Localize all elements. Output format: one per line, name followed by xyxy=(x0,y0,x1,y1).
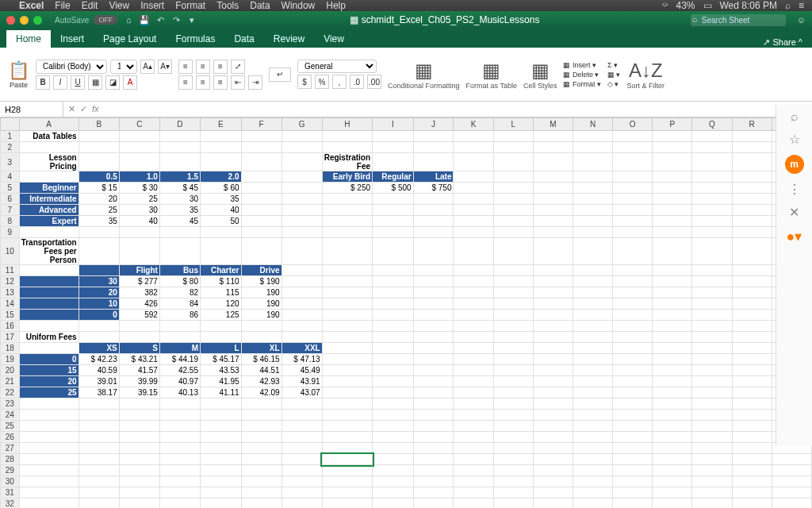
battery-icon: ▭ xyxy=(703,0,712,11)
fx-icon[interactable]: fx xyxy=(92,104,99,114)
sort-filter-button[interactable]: A↓ZSort & Filter xyxy=(627,60,665,90)
clear-button[interactable]: ◇ ▾ xyxy=(607,80,621,88)
ribbon-star-icon[interactable]: ☆ xyxy=(789,132,800,147)
more-icon[interactable]: ⋮ xyxy=(788,182,801,197)
name-box[interactable]: H28 xyxy=(0,102,63,117)
menu-view[interactable]: View xyxy=(109,0,129,11)
decrease-font-icon[interactable]: A▾ xyxy=(158,60,172,74)
number-format-selector[interactable]: General xyxy=(297,60,377,73)
close-window-button[interactable] xyxy=(6,16,15,25)
autosum-button[interactable]: Σ ▾ xyxy=(607,61,621,69)
cell-styles-button[interactable]: ▦Cell Styles xyxy=(523,60,557,90)
wifi-icon[interactable]: ⌔ xyxy=(662,0,668,11)
cancel-fx-icon[interactable]: ✕ xyxy=(68,104,75,114)
ribbon-tabs: Home Insert Page Layout Formulas Data Re… xyxy=(0,29,812,48)
menu-tools[interactable]: Tools xyxy=(216,0,239,11)
format-cells-button[interactable]: ▦ Format ▾ xyxy=(563,80,601,88)
menu-window[interactable]: Window xyxy=(282,0,316,11)
ribbon-search-icon[interactable]: ⌕ xyxy=(791,110,799,124)
delete-cells-button[interactable]: ▦ Delete ▾ xyxy=(563,71,601,79)
paste-button[interactable]: 📋Paste xyxy=(8,60,29,89)
smiley-feedback-icon[interactable]: ☺ xyxy=(797,15,806,25)
search-sheet-input[interactable]: Search Sheet xyxy=(691,14,786,26)
italic-button[interactable]: I xyxy=(53,75,67,90)
qat-redo-icon[interactable]: ↷ xyxy=(170,15,182,25)
minimize-window-button[interactable] xyxy=(20,16,29,25)
autosave-toggle[interactable]: OFF xyxy=(94,15,117,25)
conditional-formatting-button[interactable]: ▦Conditional Formatting xyxy=(388,60,460,90)
insert-cells-button[interactable]: ▦ Insert ▾ xyxy=(563,61,601,69)
qat-undo-icon[interactable]: ↶ xyxy=(154,15,167,25)
orientation-icon[interactable]: ⤢ xyxy=(231,60,245,74)
currency-icon[interactable]: $ xyxy=(297,75,312,89)
comma-icon[interactable]: , xyxy=(332,75,347,89)
percent-icon[interactable]: % xyxy=(315,75,329,89)
document-title: schmidt_Excel_Ch05_PS2_MusicLessons xyxy=(362,14,540,25)
tab-home[interactable]: Home xyxy=(6,30,51,48)
underline-button[interactable]: U xyxy=(71,75,85,90)
tab-page-layout[interactable]: Page Layout xyxy=(94,30,166,48)
menu-help[interactable]: Help xyxy=(326,0,346,11)
user-avatar[interactable]: m xyxy=(785,155,804,174)
close-pane-icon[interactable]: ✕ xyxy=(789,205,799,220)
menu-file[interactable]: File xyxy=(55,0,70,11)
border-button[interactable]: ▦ xyxy=(88,75,102,90)
battery-percent: 43% xyxy=(676,0,695,11)
notifications-icon[interactable]: ≡ xyxy=(799,0,804,11)
menu-insert[interactable]: Insert xyxy=(140,0,164,11)
wrap-text-icon[interactable]: ↵ xyxy=(269,67,291,82)
font-color-button[interactable]: A xyxy=(123,75,137,90)
macos-menubar: Excel File Edit View Insert Format Tools… xyxy=(0,0,812,11)
fill-button[interactable]: ▦ ▾ xyxy=(607,71,621,79)
format-as-table-button[interactable]: ▦Format as Table xyxy=(466,60,517,90)
menu-edit[interactable]: Edit xyxy=(82,0,98,11)
align-left-icon[interactable]: ≡ xyxy=(178,75,193,90)
right-sidebar: ⌕ ☆ m ⋮ ✕ ●▾ xyxy=(776,105,812,446)
align-top-icon[interactable]: ≡ xyxy=(178,60,193,74)
align-right-icon[interactable]: ≡ xyxy=(213,75,228,90)
inc-decimal-icon[interactable]: .0 xyxy=(350,75,364,89)
spotlight-icon[interactable]: ⌕ xyxy=(785,0,791,11)
tab-formulas[interactable]: Formulas xyxy=(166,30,224,48)
align-center-icon[interactable]: ≡ xyxy=(196,75,210,90)
increase-font-icon[interactable]: A▴ xyxy=(140,60,155,74)
qat-more-icon[interactable]: ▾ xyxy=(186,15,198,25)
tab-view[interactable]: View xyxy=(314,30,354,48)
indent-dec-icon[interactable]: ⇤ xyxy=(231,75,245,90)
zoom-window-button[interactable] xyxy=(33,16,42,25)
menu-format[interactable]: Format xyxy=(175,0,205,11)
menu-data[interactable]: Data xyxy=(250,0,270,11)
tab-review[interactable]: Review xyxy=(264,30,314,48)
font-selector[interactable]: Calibri (Body) xyxy=(36,60,107,74)
excel-doc-icon: ▦ xyxy=(350,14,358,25)
app-menu[interactable]: Excel xyxy=(19,0,44,11)
fill-color-button[interactable]: ◪ xyxy=(105,75,120,90)
qat-save-icon[interactable]: 💾 xyxy=(138,15,151,25)
indent-inc-icon[interactable]: ⇥ xyxy=(248,75,262,90)
align-bottom-icon[interactable]: ≡ xyxy=(213,60,228,74)
qat-home-icon[interactable]: ⌂ xyxy=(122,15,135,25)
clock[interactable]: Wed 8:06 PM xyxy=(720,0,777,11)
enter-fx-icon[interactable]: ✓ xyxy=(80,104,87,114)
ribbon: 📋Paste Calibri (Body) 11 A▴ A▾ B I U ▦ ◪… xyxy=(0,48,812,102)
window-titlebar: AutoSave OFF ⌂ 💾 ↶ ↷ ▾ ▦schmidt_Excel_Ch… xyxy=(0,11,812,29)
spreadsheet-grid[interactable]: ABCDEFGHIJKLMNOPQRS1Data Tables23Lesson … xyxy=(0,117,812,508)
font-size-selector[interactable]: 11 xyxy=(110,60,137,74)
tab-data[interactable]: Data xyxy=(224,30,263,48)
align-middle-icon[interactable]: ≡ xyxy=(196,60,210,74)
bold-button[interactable]: B xyxy=(36,75,50,90)
tab-insert[interactable]: Insert xyxy=(51,30,94,48)
collapse-pane-icon[interactable]: ●▾ xyxy=(787,228,802,245)
share-button[interactable]: ↗ Share ^ xyxy=(763,37,802,48)
formula-bar-row: H28 ✕✓fx xyxy=(0,102,812,117)
dec-decimal-icon[interactable]: .00 xyxy=(367,75,381,89)
